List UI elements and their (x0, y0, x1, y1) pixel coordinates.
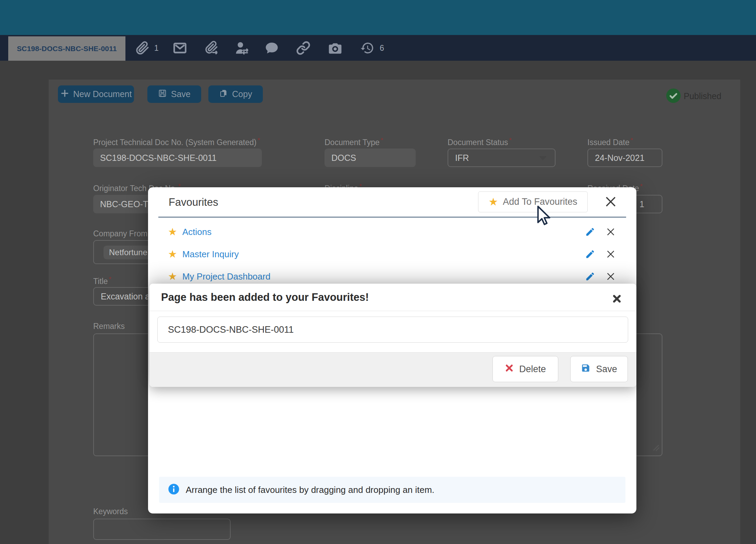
favourite-item-link[interactable]: My Project Dashboard (182, 271, 270, 282)
page-added-close-icon[interactable] (609, 291, 625, 307)
copy-icon (219, 89, 228, 100)
caret-down-icon (539, 156, 547, 161)
star-icon: ★ (168, 249, 177, 259)
edit-icon[interactable] (583, 247, 598, 262)
issued-date-field[interactable]: 24-Nov-2021 (587, 149, 662, 167)
remove-favourite-icon[interactable] (603, 247, 618, 262)
delete-favourite-button[interactable]: Delete (492, 356, 558, 382)
history-icon[interactable] (360, 41, 374, 55)
plus-icon (60, 89, 69, 100)
check-circle-icon (666, 88, 681, 103)
history-count: 6 (380, 43, 384, 52)
doc-status-label: Document Status* (448, 137, 512, 147)
page-added-divider (149, 311, 636, 311)
favourites-close-icon[interactable] (602, 193, 619, 210)
camera-icon[interactable] (328, 40, 343, 56)
star-icon: ★ (168, 227, 177, 237)
favourite-item-link[interactable]: Master Inquiry (182, 249, 239, 260)
favourites-header-divider (158, 217, 626, 217)
title-label: Title* (93, 275, 111, 286)
save-document-button[interactable]: Save (147, 85, 201, 103)
add-to-favourites-button[interactable]: ★ Add To Favourites (478, 191, 588, 212)
remarks-label: Remarks (93, 322, 125, 331)
copy-document-button[interactable]: Copy (208, 85, 263, 103)
delete-x-icon (505, 364, 514, 375)
document-toolbar: SC198-DOCS-NBC-SHE-0011 1 6 (0, 35, 756, 61)
doc-type-field: DOCS (325, 149, 416, 167)
issued-date-label: Issued Date* (587, 137, 633, 147)
star-icon: ★ (168, 271, 177, 282)
save-favourite-button[interactable]: Save (570, 356, 628, 382)
link-icon[interactable] (296, 41, 310, 55)
remove-favourite-icon[interactable] (603, 269, 618, 284)
favourite-item-master-inquiry: ★ Master Inquiry (168, 244, 239, 264)
doc-no-field: SC198-DOCS-NBC-SHE-0011 (93, 149, 262, 167)
keywords-field[interactable] (93, 519, 231, 540)
chat-icon[interactable] (265, 41, 279, 55)
favourite-item-actions: ★ Actions (168, 222, 211, 242)
new-document-button[interactable]: New Document (58, 85, 134, 103)
page-added-title: Page has been added to your Favourites! (161, 291, 369, 304)
cursor-pointer (533, 205, 552, 227)
edit-icon[interactable] (583, 269, 598, 284)
edit-icon[interactable] (583, 224, 598, 239)
favourite-name-input[interactable] (157, 317, 628, 343)
app-root: SC198-DOCS-NBC-SHE-0011 1 6 (0, 0, 756, 544)
remove-favourite-icon[interactable] (603, 224, 618, 239)
star-icon: ★ (489, 197, 498, 207)
doc-type-label: Document Type* (325, 137, 383, 147)
attachments-count: 1 (154, 43, 159, 52)
favourites-info-bar: Arrange the list of favourites by draggi… (159, 477, 625, 503)
doc-no-label: Project Technical Doc No. (System Genera… (93, 137, 260, 147)
favourite-item-link[interactable]: Actions (182, 227, 211, 237)
floppy-save-icon (581, 363, 590, 375)
user-transfer-icon[interactable] (234, 40, 249, 56)
doc-status-select[interactable]: IFR (448, 149, 556, 167)
status-badge: Published (684, 91, 721, 101)
app-header-bar (0, 0, 756, 35)
page-added-footer (149, 352, 636, 387)
page-added-modal: Page has been added to your Favourites! … (149, 284, 636, 387)
mail-icon[interactable] (173, 41, 187, 55)
favourites-modal-title: Favourites (169, 196, 218, 209)
keywords-label: Keywords (93, 507, 128, 516)
resize-grip-icon[interactable] (652, 444, 660, 453)
paperclip-send-icon[interactable] (204, 41, 219, 55)
paperclip-icon[interactable] (136, 41, 149, 55)
document-tab-label: SC198-DOCS-NBC-SHE-0011 (17, 45, 117, 53)
info-text: Arrange the list of favourites by draggi… (186, 485, 435, 495)
save-icon (158, 89, 167, 100)
document-tab[interactable]: SC198-DOCS-NBC-SHE-0011 (8, 36, 125, 61)
info-icon (168, 483, 180, 496)
